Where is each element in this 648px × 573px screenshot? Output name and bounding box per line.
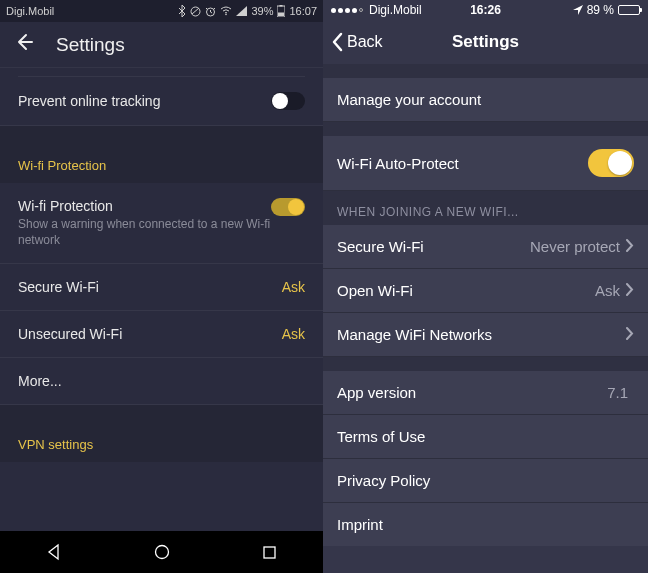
- row-sublabel: Show a warning when connected to a new W…: [18, 217, 271, 248]
- row-label-group: Wi-fi Protection Show a warning when con…: [18, 198, 271, 248]
- back-button[interactable]: Back: [331, 32, 383, 52]
- alarm-icon: [205, 6, 216, 17]
- imprint-row[interactable]: Imprint: [323, 503, 648, 546]
- wifi-protection-toggle[interactable]: [271, 198, 305, 216]
- row-label: App version: [337, 384, 607, 401]
- secure-wifi-row[interactable]: Secure Wi-Fi Never protect: [323, 225, 648, 269]
- row-label: Unsecured Wi-Fi: [18, 326, 282, 342]
- vpn-section-title: VPN settings: [0, 423, 323, 462]
- row-label: Secure Wi-Fi: [337, 238, 530, 255]
- wifi-protection-section-title: Wi-fi Protection: [0, 144, 323, 183]
- battery-icon: [277, 5, 285, 17]
- row-value: Ask: [282, 326, 305, 342]
- chevron-left-icon: [331, 32, 344, 52]
- ios-settings-list: Manage your account Wi-Fi Auto-Protect W…: [323, 64, 648, 546]
- row-label: Imprint: [337, 516, 634, 533]
- nav-back-icon[interactable]: [45, 543, 63, 561]
- nav-recent-icon[interactable]: [261, 544, 278, 561]
- status-icons: 39% 16:07: [178, 5, 317, 17]
- back-label: Back: [347, 33, 383, 51]
- ios-header: Back Settings: [323, 20, 648, 64]
- location-icon: [573, 5, 583, 15]
- carrier-label: Digi.Mobil: [6, 5, 178, 17]
- nav-home-icon[interactable]: [153, 543, 171, 561]
- row-label: Manage your account: [337, 91, 634, 108]
- row-label: Terms of Use: [337, 428, 634, 445]
- svg-rect-8: [264, 547, 275, 558]
- wifi-autoprotect-toggle[interactable]: [588, 149, 634, 177]
- row-label: Secure Wi-Fi: [18, 279, 282, 295]
- clock: 16:07: [289, 5, 317, 17]
- row-value: Ask: [595, 282, 620, 299]
- header-title: Settings: [56, 34, 125, 56]
- svg-point-7: [156, 546, 169, 559]
- manage-networks-row[interactable]: Manage WiFi Networks: [323, 313, 648, 357]
- wifi-icon: [220, 6, 232, 16]
- prevent-tracking-row[interactable]: Prevent online tracking: [0, 77, 323, 126]
- chevron-right-icon: [626, 326, 634, 343]
- privacy-row[interactable]: Privacy Policy: [323, 459, 648, 503]
- row-label: Wi-fi Protection: [18, 198, 271, 214]
- android-screen: Digi.Mobil 39% 16:07 Settings Prevent on…: [0, 0, 323, 573]
- signal-icon: [236, 6, 247, 16]
- svg-line-1: [192, 8, 199, 14]
- open-wifi-row[interactable]: Open Wi-Fi Ask: [323, 269, 648, 313]
- battery-percent: 89 %: [587, 3, 614, 17]
- secure-wifi-row[interactable]: Secure Wi-Fi Ask: [0, 264, 323, 311]
- svg-rect-5: [280, 5, 283, 7]
- tracking-toggle[interactable]: [271, 92, 305, 110]
- bluetooth-icon: [178, 5, 186, 17]
- section-gap: [323, 64, 648, 78]
- chevron-right-icon: [626, 238, 634, 255]
- row-label: Wi-Fi Auto-Protect: [337, 155, 588, 172]
- row-value: Ask: [282, 279, 305, 295]
- section-gap: [0, 405, 323, 423]
- unsecured-wifi-row[interactable]: Unsecured Wi-Fi Ask: [0, 311, 323, 358]
- app-version-row: App version 7.1: [323, 371, 648, 415]
- android-nav-bar: [0, 531, 323, 573]
- section-gap: [323, 357, 648, 371]
- signal-dots-icon: [331, 8, 363, 13]
- section-gap: [323, 122, 648, 136]
- ios-status-bar: Digi.Mobil 16:26 89 %: [323, 0, 648, 20]
- row-value: 7.1: [607, 384, 628, 401]
- joining-wifi-section-title: WHEN JOINING A NEW WIFI...: [323, 191, 648, 225]
- back-arrow-icon[interactable]: [14, 32, 34, 57]
- wifi-autoprotect-row[interactable]: Wi-Fi Auto-Protect: [323, 136, 648, 191]
- do-not-disturb-icon: [190, 6, 201, 17]
- svg-point-3: [226, 14, 228, 16]
- row-label: Manage WiFi Networks: [337, 326, 626, 343]
- svg-rect-6: [278, 13, 284, 17]
- android-status-bar: Digi.Mobil 39% 16:07: [0, 0, 323, 22]
- section-gap: [0, 126, 323, 144]
- more-row[interactable]: More...: [0, 358, 323, 405]
- ios-screen: Digi.Mobil 16:26 89 % Back Settings Mana…: [323, 0, 648, 573]
- battery-percent: 39%: [251, 5, 273, 17]
- android-header: Settings: [0, 22, 323, 68]
- row-label: Privacy Policy: [337, 472, 634, 489]
- android-settings-list: Prevent online tracking Wi-fi Protection…: [0, 76, 323, 462]
- manage-account-row[interactable]: Manage your account: [323, 78, 648, 122]
- row-label: Prevent online tracking: [18, 93, 271, 109]
- clock: 16:26: [470, 3, 501, 17]
- terms-row[interactable]: Terms of Use: [323, 415, 648, 459]
- row-value: Never protect: [530, 238, 620, 255]
- header-title: Settings: [452, 32, 519, 52]
- chevron-right-icon: [626, 282, 634, 299]
- row-label: More...: [18, 373, 305, 389]
- battery-icon: [618, 5, 640, 15]
- wifi-protection-row[interactable]: Wi-fi Protection Show a warning when con…: [0, 183, 323, 264]
- row-label: Open Wi-Fi: [337, 282, 595, 299]
